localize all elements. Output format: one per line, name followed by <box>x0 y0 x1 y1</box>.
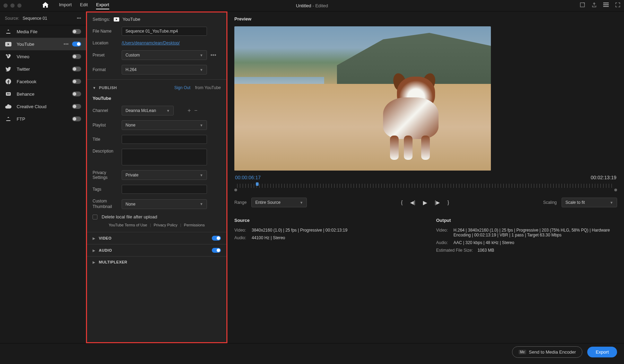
tos-link[interactable]: YouTube Terms of Use <box>109 223 147 227</box>
mark-in-icon[interactable]: { <box>401 200 403 205</box>
add-channel-icon[interactable]: + <box>188 107 191 114</box>
privacy-select[interactable]: Private ▼ <box>122 170 207 180</box>
source-video-info: 3840x2160 (1.0) | 25 fps | Progressive |… <box>252 228 415 233</box>
toggle-ftp[interactable] <box>72 116 81 121</box>
chevron-down-icon: ▼ <box>200 68 203 72</box>
me-badge-icon: Me <box>519 350 526 354</box>
dest-behance[interactable]: Bē Behance <box>0 88 86 100</box>
title-input[interactable] <box>122 135 207 144</box>
privacy-link[interactable]: Privacy Policy <box>154 223 177 227</box>
channel-select[interactable]: Deanna McLean ▼ <box>122 106 174 115</box>
quick-export-icon[interactable] <box>580 2 585 9</box>
dest-label: Media File <box>17 29 37 34</box>
toggle-youtube[interactable] <box>72 42 81 46</box>
toggle-behance[interactable] <box>72 92 81 96</box>
playhead-marker[interactable] <box>256 182 259 186</box>
chevron-right-icon: ▶ <box>93 260 95 264</box>
audio-section[interactable]: ▶ AUDIO <box>87 244 226 256</box>
range-select[interactable]: Entire Source ▼ <box>251 198 307 207</box>
preset-more-icon[interactable]: ••• <box>210 52 216 58</box>
window-min-dot[interactable] <box>10 3 15 8</box>
timeline[interactable] <box>234 184 617 192</box>
description-textarea[interactable] <box>122 149 207 165</box>
fullscreen-icon[interactable] <box>615 2 621 9</box>
video-info-label: Video: <box>436 228 453 237</box>
toggle-audio[interactable] <box>212 248 221 253</box>
filename-label: File Name <box>93 29 122 34</box>
dest-more-icon[interactable]: ••• <box>63 41 69 47</box>
publish-footer-links: YouTube Terms of Use | Privacy Policy | … <box>93 223 221 227</box>
dest-label: Twitter <box>17 67 30 72</box>
destination-sidebar: Source: Sequence 01 ••• Media File YouTu… <box>0 11 86 343</box>
svg-text:Bē: Bē <box>7 93 10 95</box>
dest-twitter[interactable]: Twitter <box>0 63 86 75</box>
toggle-facebook[interactable] <box>72 79 81 84</box>
dest-facebook[interactable]: Facebook <box>0 75 86 88</box>
playlist-label: Playlist <box>93 123 122 128</box>
dest-label: FTP <box>17 116 25 122</box>
dest-label: YouTube <box>17 42 34 47</box>
toggle-vimeo[interactable] <box>72 54 81 59</box>
document-name: Untitled <box>296 3 311 8</box>
youtube-icon <box>5 41 12 47</box>
dest-vimeo[interactable]: Vimeo <box>0 50 86 63</box>
share-icon[interactable] <box>591 2 597 9</box>
filename-input[interactable] <box>122 27 207 36</box>
dest-media-file[interactable]: Media File <box>0 25 86 38</box>
thumbnail-select[interactable]: None ▼ <box>122 199 207 209</box>
remove-channel-icon[interactable]: − <box>194 107 197 114</box>
toggle-video[interactable] <box>212 236 221 241</box>
export-button[interactable]: Export <box>587 347 617 357</box>
preset-label: Preset <box>93 53 122 58</box>
play-icon[interactable]: ▶ <box>423 199 427 206</box>
dest-creative-cloud[interactable]: Creative Cloud <box>0 100 86 113</box>
audio-info-label: Audio: <box>234 235 252 240</box>
privacy-value: Private <box>125 173 138 177</box>
location-label: Location <box>93 41 122 45</box>
thumbnail-label: Custom Thumbnail <box>93 199 122 209</box>
playlist-select[interactable]: None ▼ <box>122 120 207 130</box>
privacy-label: Privacy Settings <box>93 170 122 180</box>
preview-video[interactable] <box>234 26 491 171</box>
playback-controls: { ◀| ▶ |▶ } <box>401 199 449 206</box>
dest-ftp[interactable]: FTP <box>0 113 86 125</box>
top-right-actions <box>580 2 621 9</box>
video-section[interactable]: ▶ VIDEO <box>87 232 226 244</box>
format-select[interactable]: H.264 ▼ <box>122 65 207 75</box>
toggle-creative-cloud[interactable] <box>72 104 81 109</box>
tab-export[interactable]: Export <box>96 2 109 9</box>
multiplexer-section[interactable]: ▶ MULTIPLEXER <box>87 256 226 268</box>
svg-rect-2 <box>603 4 609 5</box>
window-max-dot[interactable] <box>17 3 21 8</box>
audio-section-label: AUDIO <box>99 248 112 252</box>
dest-label: Creative Cloud <box>17 104 46 109</box>
title-label: Title <box>93 137 122 142</box>
toggle-media-file[interactable] <box>72 29 81 34</box>
top-bar: Import Edit Export Untitled - Edited <box>0 0 624 11</box>
preset-select[interactable]: Custom ▼ <box>122 50 207 60</box>
tab-import[interactable]: Import <box>59 2 72 9</box>
toggle-twitter[interactable] <box>72 67 81 71</box>
preview-panel: Preview 00:00:06:17 00:02:13:19 Range <box>227 11 624 343</box>
step-back-icon[interactable]: ◀| <box>410 200 415 205</box>
mark-out-icon[interactable]: } <box>448 200 449 205</box>
source-more-icon[interactable]: ••• <box>77 16 81 21</box>
dest-youtube[interactable]: YouTube ••• <box>0 38 86 50</box>
tags-input[interactable] <box>122 185 207 194</box>
tab-edit[interactable]: Edit <box>80 2 88 9</box>
filesize-value: 1063 MB <box>477 248 494 253</box>
publish-section-header[interactable]: ▼ PUBLISH Sign Out from YouTube <box>93 83 221 93</box>
step-forward-icon[interactable]: |▶ <box>435 200 440 205</box>
permissions-link[interactable]: Permissions <box>184 223 205 227</box>
window-close-dot[interactable] <box>3 3 8 8</box>
publish-label: PUBLISH <box>99 86 117 90</box>
sign-out-link[interactable]: Sign Out <box>174 85 191 90</box>
home-icon[interactable] <box>42 2 49 9</box>
delete-after-checkbox[interactable] <box>93 215 97 219</box>
scaling-select[interactable]: Scale to fit ▼ <box>562 198 617 207</box>
workspace-icon[interactable] <box>603 2 609 9</box>
output-heading: Output <box>436 218 617 223</box>
location-link[interactable]: /Users/deannamclean/Desktop/ <box>122 41 180 45</box>
format-value: H.264 <box>125 67 137 72</box>
send-to-encoder-button[interactable]: Me Send to Media Encoder <box>512 346 583 358</box>
